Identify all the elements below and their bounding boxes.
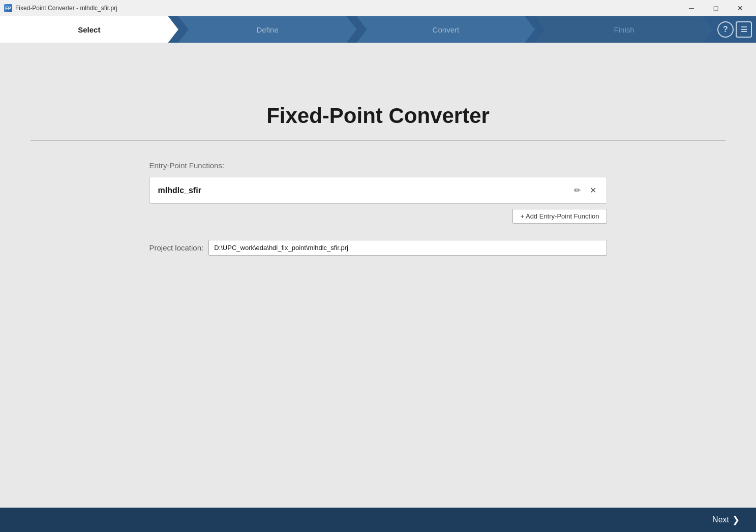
wizard-step-select[interactable]: Select — [0, 16, 178, 43]
separator — [31, 140, 725, 141]
window-controls: ─ □ ✕ — [680, 1, 752, 15]
title-bar: FP Fixed-Point Converter - mlhdlc_sfir.p… — [0, 0, 756, 16]
next-button[interactable]: Next ❯ — [706, 511, 746, 528]
footer: Next ❯ — [0, 508, 756, 532]
menu-button[interactable]: ☰ — [736, 21, 752, 38]
page-title: Fixed-Point Converter — [266, 104, 490, 128]
wizard-nav: Select Define Convert Finish ? ☰ — [0, 16, 756, 43]
close-button[interactable]: ✕ — [729, 1, 752, 15]
wizard-actions: ? ☰ — [713, 16, 756, 43]
wizard-step-finish[interactable]: Finish — [535, 16, 713, 43]
wizard-step-define-label: Define — [256, 25, 278, 34]
title-bar-left: FP Fixed-Point Converter - mlhdlc_sfir.p… — [4, 4, 117, 12]
wizard-step-define[interactable]: Define — [178, 16, 357, 43]
window-title: Fixed-Point Converter - mlhdlc_sfir.prj — [15, 5, 117, 12]
wizard-step-finish-label: Finish — [614, 25, 634, 34]
next-label: Next — [712, 515, 729, 524]
next-arrow-icon: ❯ — [732, 514, 740, 525]
form-section: Entry-Point Functions: mlhdlc_sfir ✏ ✕ +… — [149, 161, 607, 256]
entry-point-box: mlhdlc_sfir ✏ ✕ — [149, 177, 607, 204]
project-location-input[interactable] — [208, 240, 607, 256]
help-button[interactable]: ? — [717, 21, 734, 38]
wizard-step-select-label: Select — [78, 25, 100, 34]
entry-functions-label: Entry-Point Functions: — [149, 161, 607, 170]
app-icon: FP — [4, 4, 12, 12]
entry-point-actions: ✏ ✕ — [572, 184, 598, 196]
minimize-button[interactable]: ─ — [680, 1, 703, 15]
project-location-label: Project location: — [149, 243, 204, 252]
entry-point-name: mlhdlc_sfir — [158, 186, 201, 195]
main-content: Fixed-Point Converter Entry-Point Functi… — [0, 43, 756, 508]
project-location-row: Project location: — [149, 240, 607, 256]
add-entry-row: + Add Entry-Point Function — [149, 209, 607, 224]
add-entry-button[interactable]: + Add Entry-Point Function — [512, 209, 607, 224]
wizard-step-convert[interactable]: Convert — [357, 16, 535, 43]
edit-entry-button[interactable]: ✏ — [572, 184, 583, 196]
remove-entry-button[interactable]: ✕ — [588, 184, 598, 196]
wizard-step-convert-label: Convert — [433, 25, 460, 34]
maximize-button[interactable]: □ — [704, 1, 728, 15]
